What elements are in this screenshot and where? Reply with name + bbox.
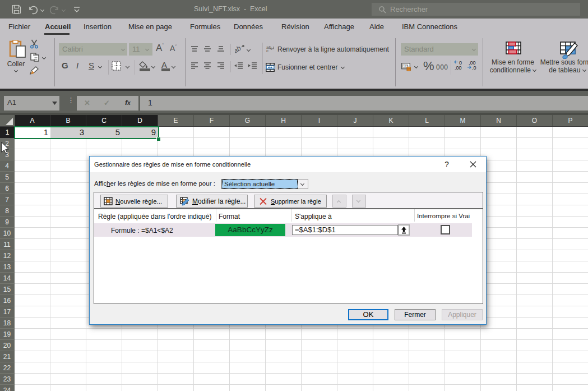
svg-text:c: c [266,48,268,52]
svg-text:,0: ,0 [472,65,476,70]
svg-text:,00: ,00 [455,65,462,70]
svg-text:ab: ab [235,45,243,53]
